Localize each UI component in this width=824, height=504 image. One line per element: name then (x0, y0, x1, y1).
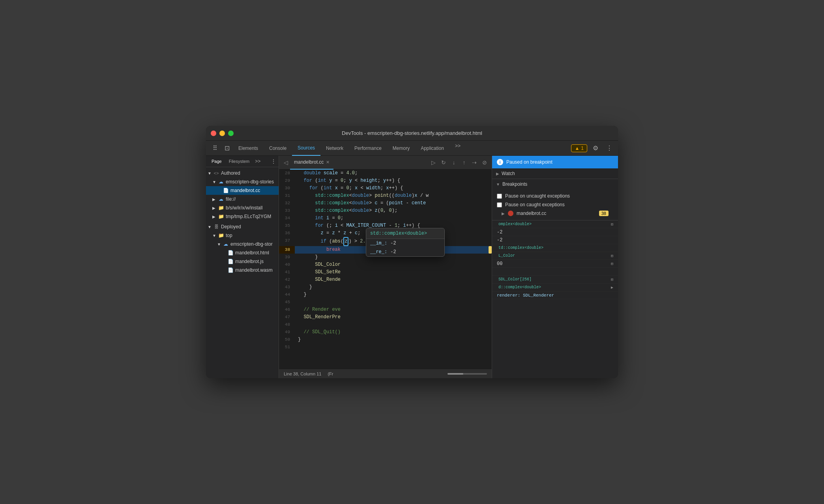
code-line-42: 42 SDL_Rende (279, 276, 492, 284)
tree-js-file[interactable]: ▶ 📄 mandelbrot.js (206, 257, 279, 266)
cloud-icon: ☁ (218, 196, 224, 202)
tab-network[interactable]: Network (320, 141, 349, 156)
wasm-label: mandelbrot.wasm (235, 267, 273, 273)
pause-caught-checkbox[interactable] (497, 202, 502, 207)
titlebar: DevTools - emscripten-dbg-stories.netlif… (206, 126, 618, 141)
code-line-40: 40 SDL_Color (279, 261, 492, 269)
devtools-cursor-icon[interactable]: ⠿ (209, 142, 221, 154)
settings-icon[interactable]: ⚙ (590, 144, 601, 152)
devtools-window: DevTools - emscripten-dbg-stories.netlif… (206, 126, 618, 378)
tab-memory[interactable]: Memory (387, 141, 415, 156)
cloud-icon: ☁ (218, 179, 224, 185)
tab-application[interactable]: Application (415, 141, 449, 156)
code-line-49: 49 // SDL_Quit() (279, 329, 492, 336)
code-line-34: 34 int i = 0; (279, 215, 492, 222)
tree-emscripten-dbg-cloud[interactable]: ▼ ☁ emscripten-dbg-stories (206, 177, 279, 186)
tooltip-re-val: -2 (390, 249, 396, 255)
window-title: DevTools - emscripten-dbg-stories.netlif… (342, 130, 482, 136)
warning-count: 1 (581, 146, 584, 151)
breakpoint-entry: ▶ mandelbrot.cc 38 (497, 209, 613, 218)
breakpoint-dot-icon (508, 211, 513, 216)
code-tabs: ◁ mandelbrot.cc ✕ ▷ ↻ ↓ ↑ ⇢ ⊘ (279, 156, 492, 170)
sidebar-tab-filesystem[interactable]: Filesystem (226, 157, 253, 165)
code-line-47: 47 SDL_RenderPre (279, 314, 492, 321)
code-line-50: 50 } (279, 336, 492, 343)
step-into-icon[interactable]: ↓ (449, 159, 459, 166)
variable-tooltip: std::complex<double> __im_: -2 __re_: -2 (366, 228, 445, 257)
tree-tmp-folder[interactable]: ▶ 📁 tmp/tmp.ELcTq2YGM (206, 212, 279, 221)
chevron-right-icon: ▶ (212, 215, 218, 219)
folder-icon: 📁 (218, 213, 224, 220)
tree-file-cloud[interactable]: ▶ ☁ file:// (206, 195, 279, 203)
pause-uncaught-label: Pause on uncaught exceptions (505, 193, 570, 199)
tab-console[interactable]: Console (264, 141, 292, 156)
warning-badge[interactable]: ▲ 1 (571, 144, 587, 152)
code-line-28: 28 double scale = 4.0; (279, 170, 492, 177)
install-label: b/s/w/ir/x/w/install (226, 205, 262, 211)
close-tab-button[interactable]: ✕ (326, 160, 330, 165)
watch-header[interactable]: ▶ Watch (492, 168, 618, 179)
tab-sources[interactable]: Sources (292, 141, 320, 156)
code-panel: ◁ mandelbrot.cc ✕ ▷ ↻ ↓ ↑ ⇢ ⊘ (279, 156, 492, 378)
breakpoints-label: Breakpoints (502, 181, 527, 187)
pause-caught-label: Pause on caught exceptions (505, 202, 565, 207)
tree-authored[interactable]: ▼ <> Authored (206, 169, 279, 177)
main-content: Page Filesystem >> ⋮ ▼ <> Authored ▼ ☁ e… (206, 156, 618, 378)
tab-more-icon[interactable]: >> (449, 141, 466, 156)
nav-forward-icon[interactable]: ▷ (429, 159, 438, 166)
tooltip-row-im: __im_: -2 (366, 239, 444, 248)
cloud-icon: ☁ (223, 241, 229, 247)
sidebar-tab-page[interactable]: Page (208, 157, 225, 165)
variables-panel: omplex<double> ⊞ -2 -2 td::complex<doubl… (492, 220, 618, 378)
file-icon: 📄 (227, 250, 234, 256)
frame-info: (Fr (328, 371, 333, 376)
close-button[interactable] (211, 131, 216, 136)
step-out-icon[interactable]: ↑ (459, 159, 469, 166)
tree-top-folder[interactable]: ▼ 📁 top (206, 231, 279, 240)
code-file-tab[interactable]: mandelbrot.cc ✕ (290, 156, 333, 170)
var-row-7 (492, 268, 618, 276)
tree-html-file[interactable]: ▶ 📄 mandelbrot.html (206, 248, 279, 257)
step-icon[interactable]: ⇢ (470, 159, 479, 166)
file-cloud-label: file:// (226, 196, 236, 202)
nav-back-icon[interactable]: ◁ (281, 159, 290, 166)
tree-deployed-cloud[interactable]: ▼ ☁ emscripten-dbg-stor (206, 240, 279, 248)
tree-mandelbrot-cc[interactable]: ▶ 📄 mandelbrot.cc (206, 186, 279, 195)
tree-install-folder[interactable]: ▶ 📁 b/s/w/ir/x/w/install (206, 203, 279, 212)
breakpoint-indicator (489, 246, 492, 254)
step-over-icon[interactable]: ↻ (439, 159, 448, 166)
tab-elements[interactable]: Elements (233, 141, 264, 156)
server-icon: 🗄 (213, 224, 219, 230)
tabbar: ⠿ ⊡ Elements Console Sources Network Per… (206, 141, 618, 156)
paused-label: Paused on breakpoint (506, 159, 552, 165)
var-row-10: renderer: SDL_Renderer (492, 291, 618, 299)
sidebar-more-icon[interactable]: ⋮ (271, 158, 276, 164)
statusbar: Line 38, Column 11 (Fr (279, 369, 492, 378)
breakpoints-section: ▼ Breakpoints Pause on uncaught exceptio… (492, 179, 618, 220)
more-options-icon[interactable]: ⋮ (604, 144, 615, 152)
pause-uncaught-row: Pause on uncaught exceptions (497, 192, 613, 200)
tree-wasm-file[interactable]: ▶ 📄 mandelbrot.wasm (206, 266, 279, 274)
sidebar-tab-more[interactable]: >> (253, 158, 262, 165)
breakpoints-header[interactable]: ▼ Breakpoints (492, 179, 618, 189)
code-line-43: 43 } (279, 284, 492, 291)
var-row-6: 00 ⊞ (492, 260, 618, 268)
tree-deployed[interactable]: ▼ 🗄 Deployed (206, 222, 279, 231)
devtools-drawer-icon[interactable]: ⊡ (221, 142, 233, 154)
chevron-down-icon: ▼ (217, 242, 223, 246)
tooltip-re-key: __re_: (370, 249, 387, 255)
code-editor[interactable]: 28 double scale = 4.0; 29 for (int y = 0… (279, 170, 492, 369)
var-row-8: SDL_Color[256] ⊞ (492, 276, 618, 284)
var-row-3: -2 (492, 236, 618, 244)
breakpoint-line-number: 38 (599, 211, 609, 216)
deactivate-icon[interactable]: ⊘ (480, 159, 489, 166)
tab-performance[interactable]: Performance (349, 141, 387, 156)
cursor-position: Line 38, Column 11 (284, 371, 321, 376)
warning-icon: ▲ (575, 146, 579, 151)
pause-uncaught-checkbox[interactable] (497, 194, 502, 199)
minimize-button[interactable] (219, 131, 225, 136)
breakpoint-file-label: mandelbrot.cc (517, 211, 546, 216)
maximize-button[interactable] (228, 131, 234, 136)
file-sidebar: Page Filesystem >> ⋮ ▼ <> Authored ▼ ☁ e… (206, 156, 279, 378)
code-line-45: 45 (279, 299, 492, 306)
